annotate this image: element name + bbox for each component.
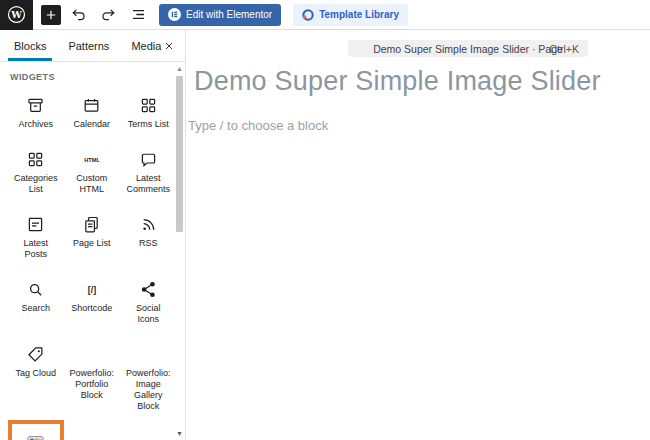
wordpress-logo-button[interactable]: W (0, 0, 33, 30)
svg-text:HTML: HTML (84, 156, 100, 162)
widgets-block-grid: Archives Calendar (8, 84, 173, 440)
pages-icon (81, 213, 102, 235)
block-item-super-simple-slider[interactable]: Super Simple Slider By Nd (8, 420, 64, 440)
scroll-down-arrow-icon[interactable]: ▼ (175, 429, 184, 438)
undo-button[interactable] (65, 4, 91, 26)
template-library-label: Template Library (319, 9, 399, 20)
block-item-label: Archives (19, 119, 54, 130)
editor-canvas: Demo Super Simple Image Slider · Page Ct… (187, 30, 650, 440)
top-toolbar: W (0, 0, 650, 30)
slider-icon (27, 430, 44, 440)
block-item-shortcode[interactable]: [/] Shortcode (64, 268, 121, 333)
block-item-label: Powerfolio: Image Gallery Block (126, 368, 171, 412)
block-item-powerfolio-portfolio[interactable]: Powerfolio: Portfolio Block (64, 333, 121, 420)
block-item-label: Categories List (14, 173, 58, 195)
calendar-icon (81, 94, 102, 116)
edit-with-elementor-label: Edit with Elementor (186, 9, 272, 20)
block-item-page-list[interactable]: Page List (64, 203, 121, 268)
block-item-label: Calendar (74, 119, 111, 130)
block-item-custom-html[interactable]: HTML Custom HTML (64, 138, 121, 203)
svg-text:W: W (10, 9, 22, 20)
block-item-tag-cloud[interactable]: Tag Cloud (8, 333, 64, 420)
block-item-label: Page List (73, 238, 111, 249)
block-item-label: Latest Posts (14, 238, 58, 260)
block-item-terms-list[interactable]: Terms List (120, 84, 177, 138)
block-item-rss[interactable]: RSS (120, 203, 177, 268)
widgets-section-title: WIDGETS (10, 72, 173, 82)
template-library-button[interactable]: Template Library (293, 4, 408, 26)
page-title[interactable]: Demo Super Simple Image Slider (194, 66, 601, 97)
close-sidebar-button[interactable] (161, 38, 177, 54)
block-item-label: Custom HTML (70, 173, 115, 195)
block-item-label: Latest Comments (126, 173, 171, 195)
block-item-powerfolio-image-gallery[interactable]: Powerfolio: Image Gallery Block (120, 333, 177, 420)
grid-icon (25, 148, 46, 170)
block-item-search[interactable]: Search (8, 268, 64, 333)
html-icon: HTML (80, 148, 104, 170)
empty-block-placeholder[interactable]: Type / to choose a block (188, 118, 328, 133)
share-icon (138, 278, 159, 300)
block-inserter-sidebar: Blocks Patterns Media WIDGETS Archive (0, 30, 186, 440)
block-item-label: Tag Cloud (16, 368, 57, 379)
post-icon (25, 213, 46, 235)
document-bar[interactable]: Demo Super Simple Image Slider · Page Ct… (348, 40, 588, 57)
block-item-label: Search (22, 303, 51, 314)
sidebar-scrollbar[interactable]: ▲ ▼ (175, 62, 184, 440)
block-item-label: Powerfolio: Portfolio Block (70, 368, 115, 401)
block-item-calendar[interactable]: Calendar (64, 84, 121, 138)
inserter-tabs: Blocks Patterns Media (0, 30, 185, 62)
wordpress-block-editor: W (0, 0, 650, 440)
svg-text:[/]: [/] (88, 284, 96, 294)
grid-icon (138, 94, 159, 116)
elementor-logo-icon (168, 8, 181, 21)
rss-icon (138, 213, 159, 235)
block-inserter-button[interactable] (41, 5, 61, 25)
close-icon (163, 40, 175, 52)
redo-button[interactable] (95, 4, 121, 26)
template-library-logo-icon (302, 9, 314, 21)
blocks-panel: WIDGETS Archives (0, 62, 173, 440)
tab-patterns[interactable]: Patterns (62, 30, 115, 61)
list-view-button[interactable] (125, 4, 151, 26)
command-shortcut: Ctrl+K (550, 43, 579, 55)
block-item-social-icons[interactable]: Social Icons (120, 268, 177, 333)
tag-icon (25, 343, 46, 365)
block-item-label: Shortcode (71, 303, 112, 314)
list-view-icon (130, 6, 147, 23)
shortcode-icon: [/] (80, 278, 104, 300)
block-item-label: Terms List (128, 119, 169, 130)
scrollbar-thumb[interactable] (176, 76, 183, 232)
block-item-categories-list[interactable]: Categories List (8, 138, 64, 203)
block-item-latest-posts[interactable]: Latest Posts (8, 203, 64, 268)
undo-icon (70, 6, 87, 23)
scroll-up-arrow-icon[interactable]: ▲ (175, 64, 184, 73)
redo-icon (100, 6, 117, 23)
block-item-latest-comments[interactable]: Latest Comments (120, 138, 177, 203)
block-item-label: Social Icons (126, 303, 171, 325)
block-item-archives[interactable]: Archives (8, 84, 64, 138)
wordpress-logo-icon: W (7, 5, 26, 24)
plus-icon (44, 8, 58, 22)
tab-blocks[interactable]: Blocks (8, 30, 52, 61)
block-item-label: RSS (139, 238, 158, 249)
archive-icon (25, 94, 46, 116)
comment-icon (138, 148, 159, 170)
search-icon (25, 278, 46, 300)
document-bar-title: Demo Super Simple Image Slider · Page (373, 43, 563, 55)
edit-with-elementor-button[interactable]: Edit with Elementor (159, 4, 281, 26)
